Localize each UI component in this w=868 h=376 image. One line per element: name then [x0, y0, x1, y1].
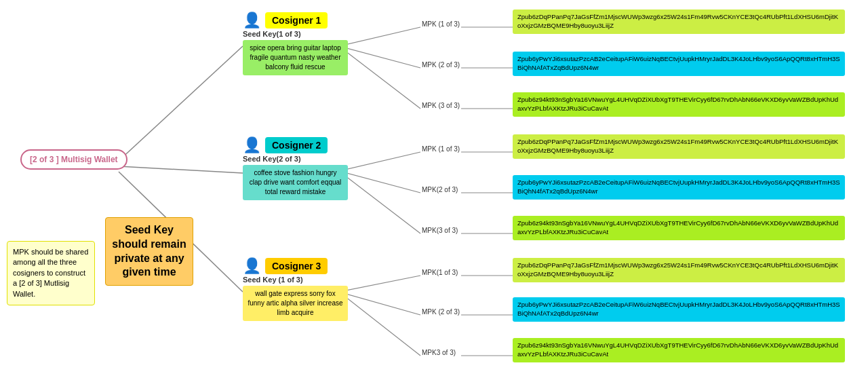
cosigner-1-mpk-1-label: MPK (1 of 3) — [422, 20, 460, 28]
cosigner-1-seed-words: spice opera bring guitar laptop fragile … — [243, 40, 348, 75]
cosigner-2-mpk-3-box: Zpub6z94kt93nSgbYa16VNwuYgL4UHVqDZiXUbXg… — [513, 216, 845, 240]
cosigner-3-mpk-3-label: MPK3 of 3) — [422, 349, 456, 356]
cosigner-1-seed-label: Seed Key(1 of 3) — [243, 30, 348, 38]
svg-line-0 — [119, 46, 243, 161]
cosigner-1-mpk-3-label: MPK (3 of 3) — [422, 102, 460, 109]
svg-line-16 — [339, 292, 420, 315]
cosigner-3-person-icon: 👤 — [243, 259, 261, 274]
cosigner-1-mpk-2-box: Zpub6yPwYJi6xsutazPzcAB2eCeitupAFiW6uizN… — [513, 52, 845, 76]
svg-line-1 — [119, 166, 243, 173]
cosigner-3-seed-words: wall gate express sorry fox funny artic … — [243, 286, 348, 321]
cosigner-2-block: 👤 Cosigner 2 Seed Key(2 of 3) coffee sto… — [243, 137, 348, 200]
wallet-node: [2 of 3 ] Multisig Wallet — [20, 149, 127, 170]
svg-line-3 — [339, 27, 420, 46]
cosigner-2-person-icon: 👤 — [243, 138, 261, 153]
info-box-mpk: MPK should be shared among all the three… — [7, 241, 95, 305]
cosigner-3-mpk-2-box: Zpub6yPwYJi6xsutazPzcAB2eCeitupAFiW6uizN… — [513, 297, 845, 322]
svg-line-15 — [339, 276, 420, 292]
cosigner-2-mpk-2-box: Zpub6yPwYJi6xsutazPzcAB2eCeitupAFiW6uizN… — [513, 175, 845, 200]
cosigner-3-mpk-3-box: Zpub6z94kt93nSgbYa16VNwuYgL4UHVqDZiXUbXg… — [513, 338, 845, 362]
cosigner-1-mpk-2-label: MPK (2 of 3) — [422, 61, 460, 69]
cosigner-2-label: Cosigner 2 — [265, 137, 328, 153]
cosigner-2-mpk-2-label: MPK(2 of 3) — [422, 186, 458, 193]
cosigner-1-block: 👤 Cosigner 1 Seed Key(1 of 3) spice oper… — [243, 12, 348, 75]
cosigner-1-mpk-3-box: Zpub6z94kt93nSgbYa16VNwuYgL4UHVqDZiXUbXg… — [513, 92, 845, 117]
cosigner-3-mpk-2-label: MPK (2 of 3) — [422, 308, 460, 316]
cosigner-2-mpk-3-label: MPK(3 of 3) — [422, 227, 458, 234]
cosigner-3-block: 👤 Cosigner 3 Seed Key (1 of 3) wall gate… — [243, 258, 348, 321]
cosigner-3-label: Cosigner 3 — [265, 258, 328, 274]
svg-line-10 — [339, 171, 420, 193]
cosigner-3-seed-label: Seed Key (1 of 3) — [243, 276, 348, 284]
info-box-seed: Seed Key should remain private at any gi… — [105, 217, 193, 286]
cosigner-2-seed-words: coffee stove fashion hungry clap drive w… — [243, 165, 348, 200]
cosigner-2-mpk-1-label: MPK (1 of 3) — [422, 145, 460, 153]
cosigner-3-mpk-1-box: Zpub6zDqPPanPq7JaGsFfZm1MjscWUWp3wzg6x25… — [513, 258, 845, 282]
cosigner-2-seed-label: Seed Key(2 of 3) — [243, 155, 348, 163]
svg-line-11 — [339, 171, 420, 233]
svg-line-4 — [339, 46, 420, 68]
svg-line-5 — [339, 46, 420, 109]
cosigner-2-mpk-1-box: Zpub6zDqPPanPq7JaGsFfZm1MjscWUWp3wzg6x25… — [513, 134, 845, 159]
cosigner-1-person-icon: 👤 — [243, 13, 261, 28]
svg-line-17 — [339, 292, 420, 356]
cosigner-3-mpk-1-label: MPK(1 of 3) — [422, 269, 458, 276]
diagram: [2 of 3 ] Multisig Wallet MPK should be … — [0, 0, 868, 376]
cosigner-1-label: Cosigner 1 — [265, 12, 328, 29]
cosigner-1-mpk-1-box: Zpub6zDqPPanPq7JaGsFfZm1MjscWUWp3wzg6x25… — [513, 10, 845, 34]
svg-line-9 — [339, 152, 420, 171]
